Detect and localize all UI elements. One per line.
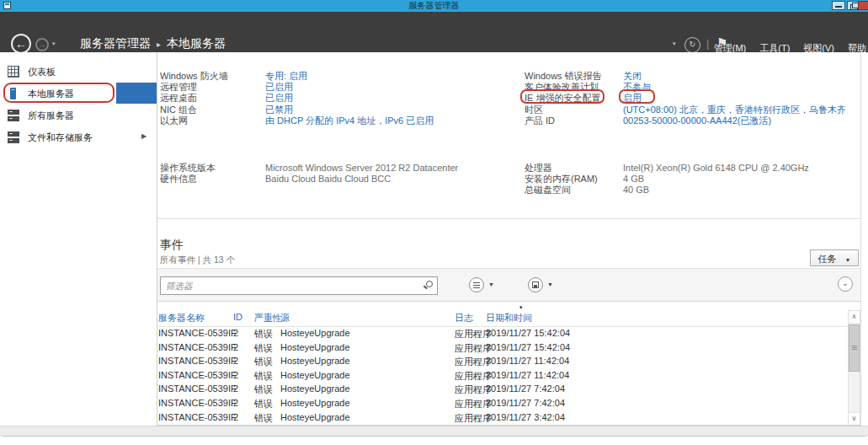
cell-severity: 错误 [254, 412, 273, 425]
event-row[interactable]: INSTANCE-0539IF2错误HosteyeUpgrade应用程序2019… [157, 383, 848, 397]
property-row: Windows 防火墙专用: 启用 [160, 71, 307, 82]
save-icon [532, 281, 539, 288]
scroll-down-icon[interactable]: ∨ [849, 412, 860, 425]
property-label: NIC 组合 [160, 105, 265, 115]
filter-field [160, 276, 438, 295]
sidebar-item-file-storage-services[interactable]: 文件和存储服务 ▶ [0, 126, 157, 148]
property-label: 远程管理 [160, 82, 265, 93]
cell-server-name: INSTANCE-0539IF [158, 328, 237, 338]
property-row: 安装的内存(RAM)4 GB [525, 174, 644, 185]
forward-arrow-icon: → [39, 40, 46, 49]
property-row: Windows 错误报告关闭 [525, 71, 642, 82]
cell-datetime: 2019/11/27 11:42:04 [486, 356, 569, 366]
column-header-id[interactable]: ID [233, 312, 242, 322]
cell-id: 2 [233, 342, 238, 352]
property-row: 远程管理已启用 [160, 82, 293, 93]
cell-id: 2 [233, 370, 238, 380]
annotation-box-local-server [3, 83, 114, 103]
cell-source: HosteyeUpgrade [280, 328, 350, 338]
cell-server-name: INSTANCE-0539IF [158, 383, 237, 394]
cell-severity: 错误 [254, 383, 273, 396]
cell-datetime: 2019/11/27 7:42:04 [486, 383, 565, 394]
tasks-button[interactable]: 任务▼ [810, 249, 859, 266]
close-button[interactable] [858, 1, 868, 10]
cell-id: 2 [233, 412, 238, 422]
refresh-dropdown-icon[interactable]: ▾ [673, 40, 676, 47]
annotation-box-ie-esc-label [520, 89, 604, 104]
property-value-link[interactable]: Intel(R) Xeon(R) Gold 6148 CPU @ 2.40GHz [623, 163, 809, 173]
sidebar-item-label: 所有服务器 [28, 110, 74, 122]
property-value-link[interactable]: (UTC+08:00) 北京，重庆，香港特别行政区，乌鲁木齐 [623, 105, 846, 115]
criteria-filter-button[interactable] [469, 277, 484, 292]
property-value-link[interactable]: 4 GB [623, 174, 644, 184]
event-row[interactable]: INSTANCE-0539IF2错误HosteyeUpgrade应用程序2019… [157, 356, 848, 369]
criteria-filter-caret-icon[interactable]: ▼ [488, 281, 494, 287]
filter-input[interactable] [160, 276, 438, 295]
event-row[interactable]: INSTANCE-0539IF2错误HosteyeUpgrade应用程序2019… [157, 412, 848, 426]
property-label: 以太网 [160, 115, 265, 126]
cell-source: HosteyeUpgrade [280, 383, 350, 394]
column-header-log[interactable]: 日志 [455, 312, 473, 324]
cell-severity: 错误 [254, 342, 273, 355]
minimize-button[interactable] [832, 1, 845, 10]
breadcrumb-root[interactable]: 服务器管理器 [80, 36, 151, 50]
property-row: NIC 组合已禁用 [160, 105, 293, 115]
refresh-icon[interactable]: ↻ [684, 37, 700, 53]
property-value-link[interactable]: 已禁用 [265, 105, 293, 115]
cell-server-name: INSTANCE-0539IF [158, 398, 237, 408]
back-button[interactable]: ← [11, 34, 31, 54]
event-row[interactable]: INSTANCE-0539IF2错误HosteyeUpgrade应用程序2019… [157, 328, 848, 341]
section-separator [157, 218, 860, 219]
property-value-link[interactable]: 由 DHCP 分配的 IPv4 地址，IPv6 已启用 [265, 115, 434, 126]
column-header-source[interactable]: 源 [280, 312, 290, 324]
column-header-severity[interactable]: 严重性 [254, 312, 282, 324]
expand-arrow-icon[interactable]: ▶ [141, 132, 146, 140]
scroll-up-icon[interactable]: ∧ [849, 311, 860, 324]
file-storage-icon [8, 131, 19, 143]
save-query-button[interactable] [528, 277, 543, 292]
event-row[interactable]: INSTANCE-0539IF2错误HosteyeUpgrade应用程序2019… [157, 398, 848, 411]
cell-id: 2 [233, 383, 238, 394]
property-value-link[interactable]: 专用: 启用 [265, 71, 307, 81]
scrollbar-thumb[interactable] [849, 324, 860, 372]
property-value-link[interactable]: 40 GB [623, 185, 649, 195]
events-table-header: 服务器名称 ID 严重性 源 日志 日期和时间 [157, 310, 848, 327]
property-value-link[interactable]: 已启用 [265, 82, 293, 92]
event-row[interactable]: INSTANCE-0539IF2错误HosteyeUpgrade应用程序2019… [157, 370, 848, 383]
property-value-link[interactable]: Microsoft Windows Server 2012 R2 Datacen… [265, 163, 458, 173]
property-row: 硬件信息Baidu Cloud Baidu Cloud BCC [160, 174, 391, 185]
property-row: 操作系统版本Microsoft Windows Server 2012 R2 D… [160, 163, 458, 174]
property-row: 时区(UTC+08:00) 北京，重庆，香港特别行政区，乌鲁木齐 [525, 105, 846, 115]
property-value-link[interactable]: 已启用 [265, 93, 293, 103]
property-label: 硬件信息 [160, 174, 265, 185]
cell-source: HosteyeUpgrade [280, 356, 350, 366]
property-row: 远程桌面已启用 [160, 93, 293, 104]
cell-severity: 错误 [254, 370, 273, 383]
sidebar-item-all-servers[interactable]: 所有服务器 [0, 105, 157, 126]
property-label: 操作系统版本 [160, 163, 265, 174]
tasks-caret-icon: ▼ [845, 257, 851, 263]
history-dropdown-icon[interactable]: ▾ [52, 40, 56, 47]
property-value-link[interactable]: Baidu Cloud Baidu Cloud BCC [265, 174, 391, 184]
back-arrow-icon: ← [15, 37, 27, 51]
annotation-box-ie-esc-value [619, 89, 655, 104]
breadcrumb-current[interactable]: 本地服务器 [167, 36, 226, 50]
cell-server-name: INSTANCE-0539IF [158, 356, 237, 366]
all-servers-icon [8, 110, 19, 121]
sidebar: 仪表板 本地服务器 所有服务器 文件和存储服务 ▶ [0, 52, 157, 426]
cell-datetime: 2019/11/27 15:42:04 [486, 328, 570, 338]
property-value-link[interactable]: 关闭 [623, 71, 642, 81]
sidebar-item-dashboard[interactable]: 仪表板 [0, 61, 157, 83]
collapse-tile-button[interactable]: ⌄ [838, 276, 853, 292]
cell-severity: 错误 [254, 328, 273, 340]
event-row[interactable]: INSTANCE-0539IF2错误HosteyeUpgrade应用程序2019… [157, 342, 848, 356]
column-header-datetime[interactable]: 日期和时间 [486, 312, 532, 324]
nav-separator: | [706, 37, 709, 50]
table-scrollbar[interactable]: ∧ ∨ [848, 310, 860, 426]
local-server-content: Windows 防火墙专用: 启用远程管理已启用远程桌面已启用NIC 组合已禁用… [157, 52, 860, 426]
column-header-server-name[interactable]: 服务器名称 [158, 312, 205, 324]
cell-datetime: 2019/11/27 15:42:04 [486, 342, 570, 352]
forward-button[interactable]: → [35, 38, 49, 51]
property-value-link[interactable]: 00253-50000-00000-AA442(已激活) [623, 115, 771, 126]
save-query-caret-icon[interactable]: ▼ [547, 281, 553, 287]
